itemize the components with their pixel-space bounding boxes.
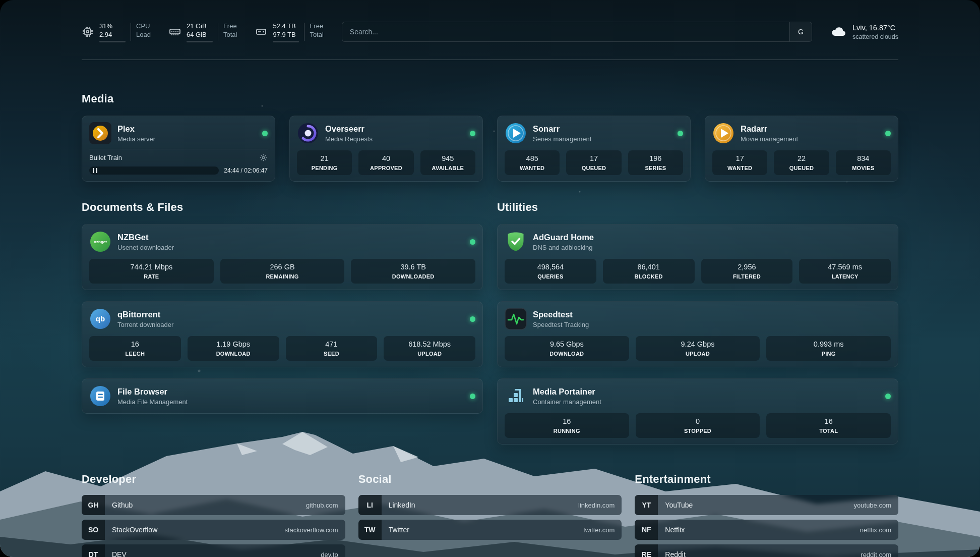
bookmark-dev[interactable]: DT DEV dev.to: [82, 544, 345, 557]
plex-icon: [89, 122, 111, 144]
stat-box: 22 QUEUED: [774, 150, 829, 175]
radarr-card[interactable]: Radarr Movie management 17 WANTED 22 QUE…: [705, 116, 898, 182]
utilities-column: Utilities: [497, 201, 898, 444]
bookmark-name: Twitter: [389, 526, 409, 534]
section-title-developer: Developer: [82, 473, 345, 486]
plex-card[interactable]: Plex Media server Bullet Train: [82, 116, 275, 182]
status-dot: [470, 394, 475, 399]
bookmarks-entertainment: Entertainment YT YouTube youtube.com NF …: [635, 473, 898, 557]
ram-icon: [169, 26, 181, 38]
disk-total-label: Total: [310, 30, 323, 39]
bookmark-url: dev.to: [321, 551, 338, 557]
app-subtitle: Speedtest Tracking: [533, 320, 589, 329]
speedtest-card[interactable]: Speedtest Speedtest Tracking 9.65 Gbps D…: [497, 301, 898, 367]
bookmark-url: github.com: [306, 502, 338, 509]
filebrowser-card[interactable]: File Browser Media File Management: [82, 378, 483, 414]
app-name: File Browser: [117, 386, 188, 397]
ram-progress-bar: [187, 41, 213, 42]
section-title-entertainment: Entertainment: [635, 473, 898, 486]
dashboard-window: 31% 2.94 CPU Load: [0, 0, 980, 557]
radarr-icon: [712, 122, 734, 144]
bookmark-reddit[interactable]: RE Reddit reddit.com: [635, 544, 898, 557]
adguard-card[interactable]: AdGuard Home DNS and adblocking 498,564 …: [497, 224, 898, 290]
search-input[interactable]: [342, 22, 789, 41]
app-name: Overseerr: [325, 124, 373, 134]
cpu-progress-bar: [99, 41, 126, 42]
section-title-social: Social: [358, 473, 622, 486]
disk-icon: [255, 26, 267, 38]
status-dot: [262, 131, 268, 136]
disk-metric: 52.4 TB 97.9 TB Free Total: [255, 22, 323, 42]
stat-box: 47.569 ms LATENCY: [799, 259, 891, 284]
ram-free-label: Free: [223, 22, 237, 30]
bookmark-url: twitter.com: [583, 526, 615, 534]
disk-total-value: 97.9 TB: [273, 30, 299, 39]
divider: [218, 23, 218, 41]
stat-box: 16 RUNNING: [505, 413, 629, 438]
playback-time: 24:44 / 02:06:47: [224, 167, 268, 174]
ram-total-value: 64 GiB: [187, 30, 213, 39]
bookmark-abbr: YT: [635, 495, 658, 515]
app-subtitle: Media server: [117, 135, 155, 143]
filebrowser-icon: [89, 385, 111, 407]
nzbget-card[interactable]: nzbget NZBGet Usenet downloader 74: [82, 224, 483, 290]
bookmark-linkedin[interactable]: LI LinkedIn linkedin.com: [358, 495, 622, 515]
stat-box: 266 GB REMAINING: [220, 259, 345, 284]
bookmark-url: reddit.com: [861, 551, 891, 557]
documents-column: Documents & Files nzbget: [82, 201, 483, 414]
disk-progress-bar: [273, 41, 299, 42]
bookmark-name: StackOverflow: [112, 526, 157, 534]
sonarr-card[interactable]: Sonarr Series management 485 WANTED 17 Q…: [497, 116, 691, 182]
bookmark-abbr: RE: [635, 544, 658, 557]
playback-progress-track[interactable]: [89, 166, 219, 175]
disk-free-value: 52.4 TB: [273, 22, 299, 30]
status-dot: [885, 131, 891, 136]
bookmark-youtube[interactable]: YT YouTube youtube.com: [635, 495, 898, 515]
section-title-media: Media: [82, 92, 898, 105]
bookmark-url: youtube.com: [854, 502, 891, 509]
bookmark-stackoverflow[interactable]: SO StackOverflow stackoverflow.com: [82, 520, 345, 540]
bookmark-github[interactable]: GH Github github.com: [82, 495, 345, 515]
status-dot: [470, 316, 475, 322]
stat-box: 196 SERIES: [628, 150, 683, 175]
bookmark-url: stackoverflow.com: [284, 526, 338, 534]
bookmark-netflix[interactable]: NF Netflix netflix.com: [635, 520, 898, 540]
overseerr-card[interactable]: Overseerr Media Requests 21 PENDING 40 A…: [289, 116, 483, 182]
bookmark-url: linkedin.com: [578, 502, 615, 509]
pause-icon[interactable]: [93, 168, 97, 173]
disk-free-label: Free: [310, 22, 323, 30]
app-name: NZBGet: [117, 232, 174, 243]
app-subtitle: Media Requests: [325, 135, 373, 143]
bookmark-twitter[interactable]: TW Twitter twitter.com: [358, 520, 622, 540]
cpu-icon: [82, 26, 94, 38]
search-engine-button[interactable]: G: [789, 22, 812, 41]
stat-box: 485 WANTED: [505, 150, 560, 175]
bookmark-abbr: TW: [358, 520, 382, 540]
stat-box: 618.52 Mbps UPLOAD: [384, 336, 475, 361]
divider: [131, 23, 131, 41]
app-name: Sonarr: [533, 124, 591, 134]
stat-box: 39.6 TB DOWNLOADED: [351, 259, 475, 284]
qbittorrent-icon: qb: [89, 308, 111, 330]
bookmark-name: DEV: [112, 550, 127, 557]
top-header: 31% 2.94 CPU Load: [82, 17, 898, 46]
app-subtitle: DNS and adblocking: [533, 243, 594, 252]
stat-box: 40 APPROVED: [358, 150, 413, 175]
app-name: qBittorrent: [117, 309, 173, 320]
stat-box: 17 QUEUED: [566, 150, 621, 175]
stat-box: 1.19 Gbps DOWNLOAD: [188, 336, 279, 361]
stat-box: 9.24 Gbps UPLOAD: [636, 336, 760, 361]
weather-condition: scattered clouds: [852, 33, 898, 41]
svg-text:nzbget: nzbget: [94, 240, 107, 244]
app-name: Speedtest: [533, 309, 589, 320]
bookmark-abbr: SO: [82, 520, 105, 540]
bookmark-name: LinkedIn: [389, 501, 415, 509]
portainer-card[interactable]: Media Portainer Container management 16 …: [497, 378, 898, 444]
bookmark-abbr: GH: [82, 495, 105, 515]
gear-icon[interactable]: [259, 153, 268, 162]
weather-location: Lviv, 16.87°C: [852, 23, 898, 33]
qbittorrent-card[interactable]: qb qBittorrent Torrent downloader: [82, 301, 483, 367]
app-subtitle: Usenet downloader: [117, 243, 174, 252]
divider: [304, 23, 304, 41]
stat-box: 0.993 ms PING: [766, 336, 891, 361]
